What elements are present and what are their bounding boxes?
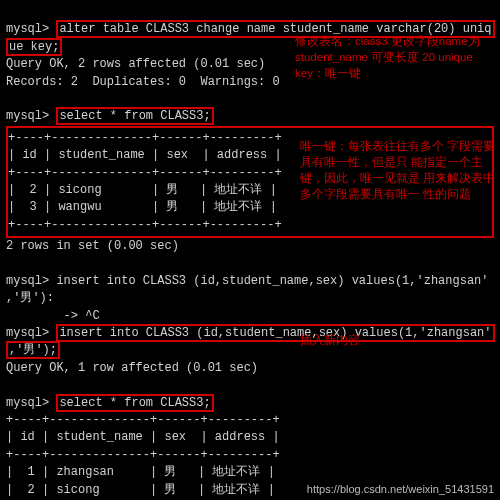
cmd-insert-ok-highlight-l2: ,'男');: [6, 341, 60, 359]
table-row: | 3 | wangwu | 男 | 地址不详 |: [8, 200, 277, 214]
cmd-select2-highlight: select * from CLASS3;: [56, 394, 213, 412]
cmd-insert-ok-highlight-l1: insert into CLASS3 (id,student_name,sex)…: [56, 324, 494, 342]
cmd-insert-wrong-l1: insert into CLASS3 (id,student_name,sex)…: [56, 274, 488, 288]
table-header: | id | student_name | sex | address |: [6, 430, 280, 444]
resp-alter-ok: Query OK, 2 rows affected (0.01 sec): [6, 57, 265, 71]
table-border: +----+--------------+------+---------+: [8, 131, 282, 145]
table-border: +----+--------------+------+---------+: [6, 448, 280, 462]
table-row: | 1 | zhangsan | 男 | 地址不详 |: [6, 465, 275, 479]
cmd-insert-wrong-l2: ,'男'):: [6, 291, 54, 305]
table-row: | 2 | sicong | 男 | 地址不详 |: [6, 483, 275, 497]
prompt: mysql>: [6, 396, 56, 410]
table-border: +----+--------------+------+---------+: [6, 413, 280, 427]
table-border: +----+--------------+------+---------+: [8, 218, 282, 232]
table-border: +----+--------------+------+---------+: [8, 166, 282, 180]
cmd-alter-highlight: alter table CLASS3 change name student_n…: [56, 20, 494, 38]
resp-insert-ok: Query OK, 1 row affected (0.01 sec): [6, 361, 258, 375]
terminal-output: mysql> alter table CLASS3 change name st…: [0, 0, 500, 500]
table-header: | id | student_name | sex | address |: [8, 148, 282, 162]
prompt: mysql>: [6, 109, 56, 123]
table-row: | 2 | sicong | 男 | 地址不详 |: [8, 183, 277, 197]
table1-highlight: +----+--------------+------+---------+ |…: [6, 126, 494, 238]
watermark: https://blog.csdn.net/weixin_51431591: [307, 482, 494, 498]
prompt: mysql>: [6, 22, 56, 36]
cancel-line: -> ^C: [64, 309, 100, 323]
prompt: mysql>: [6, 274, 56, 288]
cmd-alter-highlight-line2: ue key;: [6, 38, 62, 56]
prompt: mysql>: [6, 326, 56, 340]
resp-select1-footer: 2 rows in set (0.00 sec): [6, 239, 179, 253]
resp-alter-records: Records: 2 Duplicates: 0 Warnings: 0: [6, 75, 280, 89]
cmd-select1-highlight: select * from CLASS3;: [56, 107, 213, 125]
